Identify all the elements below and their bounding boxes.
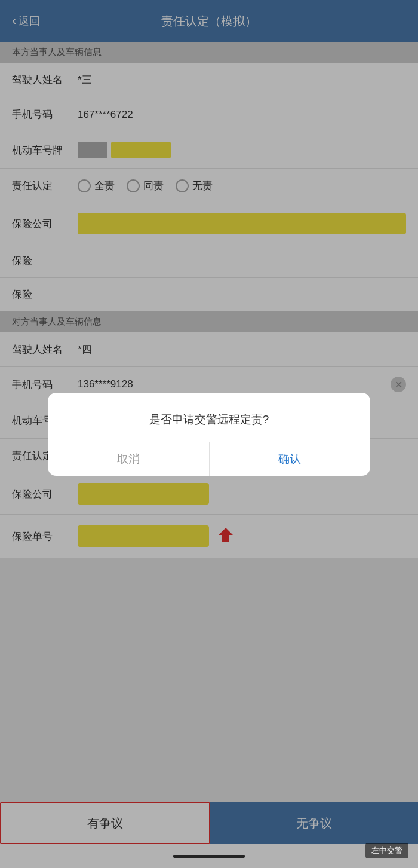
modal-buttons: 取消 确认: [48, 442, 370, 476]
modal-confirm-button[interactable]: 确认: [210, 442, 371, 476]
modal-message: 是否申请交警远程定责?: [48, 393, 370, 442]
modal-cancel-label: 取消: [117, 451, 140, 467]
modal-confirm-label: 确认: [278, 451, 301, 467]
modal-cancel-button[interactable]: 取消: [48, 442, 209, 476]
watermark: 左中交警: [365, 843, 408, 858]
modal-overlay: 是否申请交警远程定责? 取消 确认: [0, 0, 418, 868]
app-container: ‹ 返回 责任认定（模拟） 本方当事人及车辆信息 驾驶人姓名 *三 手机号码 1…: [0, 0, 418, 868]
modal-box: 是否申请交警远程定责? 取消 确认: [48, 393, 370, 476]
